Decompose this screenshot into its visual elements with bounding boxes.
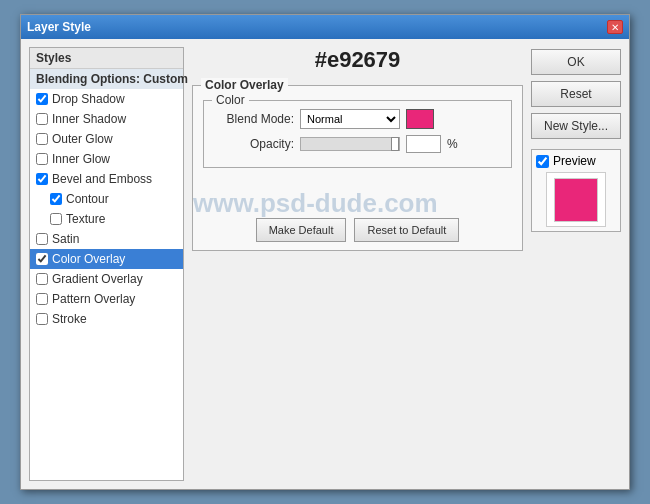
opacity-row: Opacity: 100 %	[214, 135, 501, 153]
style-checkbox-6[interactable]	[50, 193, 62, 205]
style-item-pattern-overlay[interactable]: Pattern Overlay	[30, 289, 183, 309]
action-buttons-row: Make Default Reset to Default	[203, 218, 512, 242]
content-panel: #e92679 Color Overlay Color Blend Mode: …	[192, 47, 523, 481]
blend-mode-row: Blend Mode: Normal Dissolve Multiply Scr…	[214, 109, 501, 129]
opacity-slider[interactable]	[300, 137, 400, 151]
preview-color-block	[554, 178, 598, 222]
style-label-2: Inner Shadow	[52, 112, 126, 126]
make-default-button[interactable]: Make Default	[256, 218, 347, 242]
style-checkbox-10[interactable]	[36, 273, 48, 285]
style-checkbox-9[interactable]	[36, 253, 48, 265]
reset-button[interactable]: Reset	[531, 81, 621, 107]
style-checkbox-12[interactable]	[36, 313, 48, 325]
style-checkbox-7[interactable]	[50, 213, 62, 225]
style-item-texture[interactable]: Texture	[30, 209, 183, 229]
style-checkbox-8[interactable]	[36, 233, 48, 245]
style-label-7: Texture	[66, 212, 105, 226]
color-overlay-group: Color Overlay Color Blend Mode: Normal D…	[192, 85, 523, 251]
layer-style-window: Layer Style ✕ Styles Blending Options: C…	[20, 14, 630, 490]
color-subgroup: Color Blend Mode: Normal Dissolve Multip…	[203, 100, 512, 168]
style-checkbox-3[interactable]	[36, 133, 48, 145]
blend-mode-select[interactable]: Normal Dissolve Multiply Screen Overlay	[300, 109, 400, 129]
title-bar: Layer Style ✕	[21, 15, 629, 39]
opacity-input[interactable]: 100	[406, 135, 441, 153]
style-item-gradient-overlay[interactable]: Gradient Overlay	[30, 269, 183, 289]
new-style-button[interactable]: New Style...	[531, 113, 621, 139]
style-item-inner-glow[interactable]: Inner Glow	[30, 149, 183, 169]
style-label-0: Blending Options: Custom	[36, 72, 188, 86]
opacity-label: Opacity:	[214, 137, 294, 151]
style-item-contour[interactable]: Contour	[30, 189, 183, 209]
window-title: Layer Style	[27, 20, 91, 34]
styles-panel: Styles Blending Options: CustomDrop Shad…	[29, 47, 184, 481]
style-checkbox-1[interactable]	[36, 93, 48, 105]
style-label-8: Satin	[52, 232, 79, 246]
blend-mode-label: Blend Mode:	[214, 112, 294, 126]
preview-group: Preview	[531, 149, 621, 232]
watermark-text: www.psd-dude.com	[193, 188, 438, 219]
style-label-5: Bevel and Emboss	[52, 172, 152, 186]
preview-label-row: Preview	[536, 154, 616, 168]
close-button[interactable]: ✕	[607, 20, 623, 34]
style-label-1: Drop Shadow	[52, 92, 125, 106]
ok-button[interactable]: OK	[531, 49, 621, 75]
style-label-10: Gradient Overlay	[52, 272, 143, 286]
style-checkbox-2[interactable]	[36, 113, 48, 125]
styles-list: Blending Options: CustomDrop ShadowInner…	[30, 69, 183, 329]
reset-to-default-button[interactable]: Reset to Default	[354, 218, 459, 242]
style-item-inner-shadow[interactable]: Inner Shadow	[30, 109, 183, 129]
style-item-satin[interactable]: Satin	[30, 229, 183, 249]
style-label-3: Outer Glow	[52, 132, 113, 146]
style-checkbox-5[interactable]	[36, 173, 48, 185]
style-item-stroke[interactable]: Stroke	[30, 309, 183, 329]
hex-color-label: #e92679	[192, 47, 523, 73]
style-item-drop-shadow[interactable]: Drop Shadow	[30, 89, 183, 109]
color-subgroup-title: Color	[212, 93, 249, 107]
style-label-11: Pattern Overlay	[52, 292, 135, 306]
style-item-outer-glow[interactable]: Outer Glow	[30, 129, 183, 149]
style-label-12: Stroke	[52, 312, 87, 326]
style-item-color-overlay[interactable]: Color Overlay	[30, 249, 183, 269]
preview-label: Preview	[553, 154, 596, 168]
preview-checkbox[interactable]	[536, 155, 549, 168]
style-checkbox-11[interactable]	[36, 293, 48, 305]
style-label-4: Inner Glow	[52, 152, 110, 166]
window-body: Styles Blending Options: CustomDrop Shad…	[21, 39, 629, 489]
style-label-9: Color Overlay	[52, 252, 125, 266]
styles-panel-header: Styles	[30, 48, 183, 69]
color-swatch[interactable]	[406, 109, 434, 129]
style-checkbox-4[interactable]	[36, 153, 48, 165]
right-panel: OK Reset New Style... Preview	[531, 47, 621, 481]
style-item-bevel-and-emboss[interactable]: Bevel and Emboss	[30, 169, 183, 189]
style-item-blending-options--custom[interactable]: Blending Options: Custom	[30, 69, 183, 89]
preview-swatch	[546, 172, 606, 227]
color-overlay-group-title: Color Overlay	[201, 78, 288, 92]
style-label-6: Contour	[66, 192, 109, 206]
percent-label: %	[447, 137, 458, 151]
